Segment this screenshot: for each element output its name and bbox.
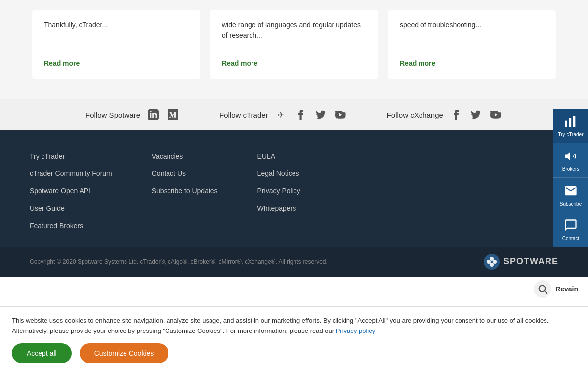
right-sidebar: Try cTrader Brokers Subscribe Contact (553, 109, 588, 247)
footer-link-privacy-policy[interactable]: Privacy Policy (257, 185, 300, 197)
card-3-text: speed of troubleshooting... (400, 20, 544, 30)
card-2-text: wide range of languages and regular upda… (222, 20, 366, 41)
footer-link-vacancies[interactable]: Vacancies (152, 150, 218, 163)
follow-ctrader-group: Follow cTrader ✈ (219, 108, 347, 122)
svg-rect-7 (573, 116, 576, 127)
svg-point-3 (490, 257, 494, 261)
spotware-logo: SPOTWARE (483, 253, 558, 271)
spotware-medium-icon[interactable] (166, 108, 180, 122)
footer-link-community-forum[interactable]: cTrader Community Forum (30, 167, 112, 180)
ctrader-youtube-icon[interactable] (334, 108, 347, 122)
footer-link-user-guide[interactable]: User Guide (30, 203, 112, 215)
cxchange-youtube-icon[interactable] (489, 108, 503, 122)
footer-link-contact-us[interactable]: Contact Us (152, 167, 218, 180)
spotware-linkedin-icon[interactable] (146, 108, 160, 122)
svg-point-0 (484, 254, 500, 270)
sidebar-subscribe-label: Subscribe (560, 201, 582, 207)
article-card-1: Thankfully, cTrader... Read more (32, 10, 200, 79)
sidebar-contact-btn[interactable]: Contact (553, 212, 588, 247)
svg-rect-6 (569, 118, 572, 127)
footer-link-try-ctrader[interactable]: Try cTrader (30, 150, 112, 163)
follow-spotware-label: Follow Spotware (85, 111, 140, 119)
svg-rect-5 (565, 120, 567, 127)
footer-link-subscribe[interactable]: Subscribe to Updates (152, 185, 218, 197)
ctrader-facebook-icon[interactable] (294, 108, 308, 122)
read-more-link-2[interactable]: Read more (222, 59, 366, 67)
sidebar-contact-label: Contact (562, 236, 579, 241)
copyright-bar: Copyright © 2020 Spotware Systems Ltd. c… (0, 247, 588, 277)
cards-row: Thankfully, cTrader... Read more wide ra… (15, 10, 573, 79)
svg-point-4 (490, 263, 494, 267)
envelope-icon (564, 184, 578, 199)
footer-link-open-api[interactable]: Spotware Open API (30, 185, 112, 197)
follow-spotware-group: Follow Spotware (85, 108, 180, 122)
chart-icon (564, 115, 578, 130)
spotware-logo-text: SPOTWARE (504, 256, 558, 267)
cards-section: Thankfully, cTrader... Read more wide ra… (0, 0, 588, 99)
footer-link-eula[interactable]: EULA (257, 150, 300, 163)
cxchange-twitter-icon[interactable] (469, 108, 483, 122)
footer-link-featured-brokers[interactable]: Featured Brokers (30, 220, 112, 232)
follow-bar: Follow Spotware Follow cTrader ✈ Follow … (0, 99, 588, 130)
footer-col-1: Try cTrader cTrader Community Forum Spot… (30, 150, 112, 232)
footer-link-legal-notices[interactable]: Legal Notices (257, 167, 300, 180)
read-more-link-1[interactable]: Read more (44, 59, 188, 67)
footer: Try cTrader cTrader Community Forum Spot… (0, 130, 588, 247)
read-more-link-3[interactable]: Read more (400, 59, 544, 67)
footer-link-whitepapers[interactable]: Whitepapers (257, 203, 300, 215)
follow-cxchange-label: Follow cXchange (387, 111, 443, 119)
article-card-2: wide range of languages and regular upda… (210, 10, 378, 79)
ctrader-twitter-icon[interactable] (314, 108, 328, 122)
ctrader-telegram-icon[interactable]: ✈ (274, 108, 288, 122)
sidebar-try-ctrader-label: Try cTrader (558, 132, 584, 137)
footer-col-3: EULA Legal Notices Privacy Policy Whitep… (257, 150, 300, 232)
sidebar-brokers-btn[interactable]: Brokers (553, 143, 588, 178)
sidebar-try-ctrader-btn[interactable]: Try cTrader (553, 109, 588, 143)
footer-col-2: Vacancies Contact Us Subscribe to Update… (152, 150, 218, 232)
sidebar-brokers-label: Brokers (562, 166, 579, 172)
cxchange-facebook-icon[interactable] (449, 108, 463, 122)
article-card-3: speed of troubleshooting... Read more (388, 10, 556, 79)
follow-cxchange-group: Follow cXchange (387, 108, 503, 122)
svg-point-2 (493, 260, 497, 264)
svg-point-1 (487, 260, 491, 264)
chat-icon (564, 218, 578, 234)
sidebar-subscribe-btn[interactable]: Subscribe (553, 178, 588, 212)
handshake-icon (564, 149, 578, 165)
copyright-text: Copyright © 2020 Spotware Systems Ltd. c… (30, 258, 328, 265)
follow-ctrader-label: Follow cTrader (219, 111, 268, 119)
card-1-text: Thankfully, cTrader... (44, 20, 188, 30)
